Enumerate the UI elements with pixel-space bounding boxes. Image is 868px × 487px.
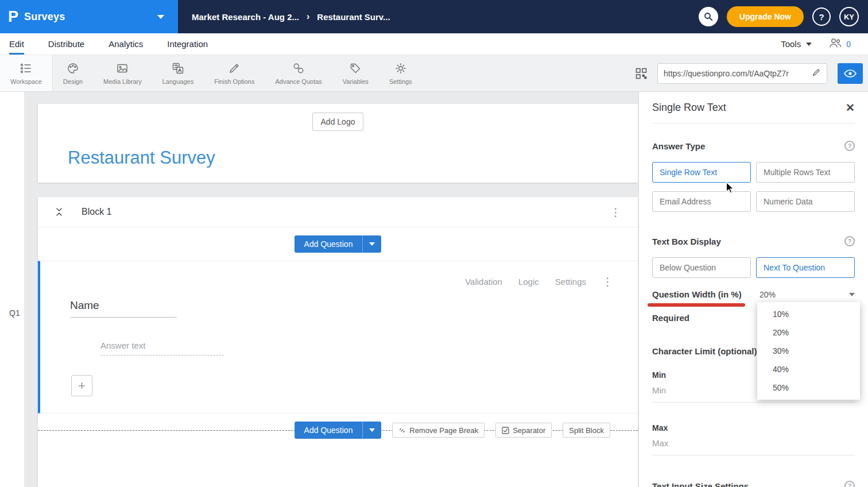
- chevron-down-icon: [806, 42, 812, 46]
- preview-eye-button[interactable]: [838, 63, 863, 84]
- toolbar-item-label: Design: [63, 78, 83, 85]
- help-icon[interactable]: ?: [844, 236, 855, 246]
- toolbar-item-label: Finish Options: [214, 78, 254, 85]
- block-name[interactable]: Block 1: [82, 207, 111, 217]
- tab-integration[interactable]: Integration: [167, 33, 208, 55]
- add-question-split-button[interactable]: Add Question: [294, 422, 382, 439]
- help-icon[interactable]: ?: [844, 481, 855, 487]
- max-label: Max: [652, 423, 855, 432]
- user-avatar[interactable]: KY: [839, 7, 859, 26]
- tag-icon: [349, 62, 362, 75]
- separator-button[interactable]: Separator: [495, 423, 552, 438]
- upgrade-now-button[interactable]: Upgrade Now: [727, 6, 804, 27]
- question-actions: Validation Logic Settings ⋮: [465, 276, 614, 287]
- toolbar-item-variables[interactable]: Variables: [332, 55, 379, 91]
- block-card: Block 1 ⋮ Add Question Validation Logic …: [38, 197, 638, 487]
- text-box-display-label: Text Box Display: [652, 237, 721, 246]
- text-input-size-label: Text Input Size Settings: [652, 481, 749, 487]
- survey-title[interactable]: Restaurant Survey: [68, 148, 215, 168]
- question-width-value: 20%: [760, 290, 776, 299]
- question-width-label: Question Width (in %): [652, 289, 742, 299]
- toolbar-item-workspace[interactable]: Workspace: [0, 55, 53, 91]
- block-header: Block 1 ⋮: [38, 197, 638, 227]
- breadcrumb-survey[interactable]: Restaurant Surv...: [317, 12, 390, 22]
- tab-edit[interactable]: Edit: [9, 33, 24, 55]
- page-break-row: Add Question Remove Page Break Separator…: [38, 413, 638, 447]
- workspace-icon: [20, 62, 32, 75]
- toolbar-item-settings[interactable]: Settings: [379, 55, 423, 91]
- product-name: Surveys: [24, 11, 65, 23]
- block-menu-dots-icon[interactable]: ⋮: [610, 207, 622, 218]
- qr-code-icon[interactable]: [636, 68, 647, 79]
- breadcrumb-folder[interactable]: Market Research - Aug 2...: [192, 12, 299, 22]
- question-logic-link[interactable]: Logic: [518, 277, 539, 287]
- add-question-button[interactable]: Add Question: [294, 235, 363, 253]
- editor-toolbar: Workspace Design Media Library Languages…: [0, 55, 868, 92]
- separator-label: Separator: [513, 426, 545, 435]
- tools-menu[interactable]: Tools: [781, 39, 812, 49]
- display-below-question[interactable]: Below Question: [652, 257, 751, 278]
- toolbar-item-label: Languages: [162, 78, 193, 85]
- design-palette-icon: [67, 62, 79, 75]
- split-block-button[interactable]: Split Block: [563, 423, 610, 438]
- split-block-label: Split Block: [569, 426, 604, 435]
- nav-tabs: Edit Distribute Analytics Integration: [9, 33, 208, 55]
- survey-url[interactable]: https://questionpro.com/t/AaQtpZ7r: [664, 69, 807, 78]
- display-next-to-question[interactable]: Next To Question: [756, 257, 855, 278]
- question-settings-link[interactable]: Settings: [555, 277, 586, 287]
- help-button[interactable]: ?: [812, 7, 831, 26]
- width-option-40[interactable]: 40%: [757, 360, 860, 378]
- collapse-block-icon[interactable]: [55, 207, 63, 217]
- chevron-down-icon[interactable]: [157, 15, 164, 19]
- collaborators-button[interactable]: 0: [829, 38, 851, 50]
- add-question-dropdown[interactable]: [362, 235, 381, 253]
- edit-url-pencil-icon[interactable]: [812, 68, 821, 79]
- question-text-input[interactable]: Name: [70, 299, 177, 318]
- required-label: Required: [652, 313, 689, 323]
- width-option-10[interactable]: 10%: [757, 305, 860, 323]
- add-question-dropdown[interactable]: [362, 422, 381, 439]
- answer-type-multiple-rows[interactable]: Multiple Rows Text: [756, 162, 855, 183]
- collaborators-icon: [829, 38, 842, 50]
- survey-header-card: Add Logo Restaurant Survey: [38, 104, 638, 183]
- max-input[interactable]: [652, 432, 855, 455]
- question-card[interactable]: Validation Logic Settings ⋮ Name Answer …: [38, 261, 638, 413]
- width-option-30[interactable]: 30%: [757, 342, 860, 360]
- answer-type-single-row[interactable]: Single Row Text: [652, 162, 751, 183]
- survey-url-field[interactable]: https://questionpro.com/t/AaQtpZ7r: [657, 63, 827, 84]
- tab-distribute[interactable]: Distribute: [48, 33, 84, 55]
- product-switcher[interactable]: P Surveys: [0, 0, 178, 33]
- add-answer-button[interactable]: +: [71, 375, 92, 396]
- question-menu-dots-icon[interactable]: ⋮: [602, 276, 614, 287]
- tab-analytics[interactable]: Analytics: [108, 33, 143, 55]
- help-icon[interactable]: ?: [844, 141, 855, 151]
- remove-page-break-label: Remove Page Break: [409, 426, 478, 435]
- answer-text-input[interactable]: Answer text: [100, 341, 224, 355]
- remove-page-break-button[interactable]: Remove Page Break: [392, 423, 485, 438]
- toolbar-item-languages[interactable]: Languages: [152, 55, 204, 91]
- links-icon: [292, 62, 305, 75]
- nav-right: Tools 0: [781, 33, 859, 55]
- answer-type-email[interactable]: Email Address: [652, 191, 751, 212]
- toolbar-item-advance-quotas[interactable]: Advance Quotas: [265, 55, 332, 91]
- toolbar-right: https://questionpro.com/t/AaQtpZ7r: [636, 55, 868, 91]
- text-box-display-header: Text Box Display ?: [652, 236, 855, 246]
- add-question-split-button[interactable]: Add Question: [294, 235, 382, 253]
- annotation-red-underline: [648, 303, 745, 307]
- toolbar-item-design[interactable]: Design: [53, 55, 93, 91]
- add-question-button[interactable]: Add Question: [294, 422, 363, 439]
- question-width-select[interactable]: 20%: [760, 290, 855, 299]
- question-validation-link[interactable]: Validation: [465, 277, 502, 287]
- search-icon[interactable]: [699, 7, 718, 26]
- image-icon: [116, 62, 129, 75]
- close-icon[interactable]: ✕: [846, 101, 855, 114]
- answer-type-numeric[interactable]: Numeric Data: [756, 191, 855, 212]
- add-logo-button[interactable]: Add Logo: [312, 113, 364, 131]
- toolbar-item-finish-options[interactable]: Finish Options: [204, 55, 265, 91]
- question-width-dropdown: 10% 20% 30% 40% 50%: [757, 302, 860, 400]
- toolbar-item-media-library[interactable]: Media Library: [93, 55, 152, 91]
- width-option-50[interactable]: 50%: [757, 378, 860, 397]
- toolbar-item-label: Advance Quotas: [275, 78, 321, 85]
- top-bar: P Surveys Market Research - Aug 2... › R…: [0, 0, 868, 33]
- width-option-20[interactable]: 20%: [757, 323, 860, 342]
